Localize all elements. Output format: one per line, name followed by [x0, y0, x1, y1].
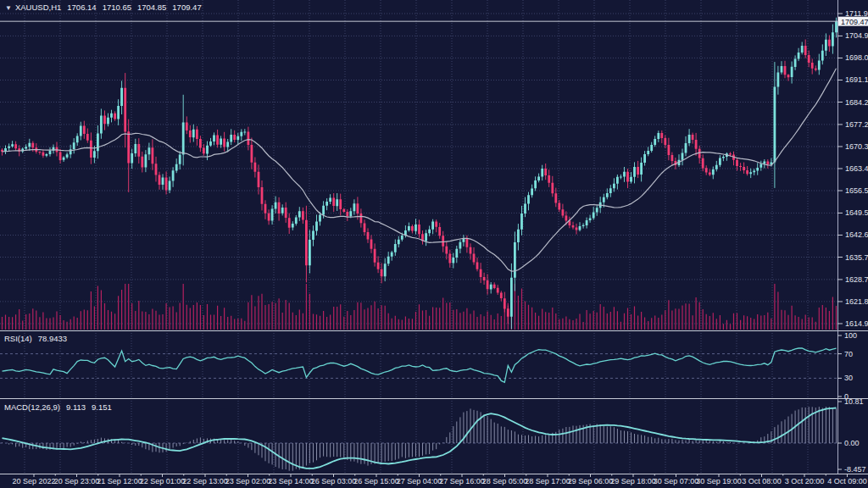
rsi-indicator-label: RSI(14)78.9433	[4, 334, 67, 343]
price-tick-label: 1698.00	[845, 53, 868, 62]
chart-canvas[interactable]: 1711.901704.901698.001691.101684.201677.…	[0, 0, 868, 488]
macd-tick-label: 0.00	[844, 439, 860, 447]
ohlc-low: 1704.85	[137, 3, 166, 12]
price-tick-label: 1656.50	[845, 186, 868, 195]
macd-signal-value: 9.151	[92, 402, 112, 412]
ohlc-close: 1709.47	[172, 3, 201, 12]
price-tick-label: 1628.70	[845, 275, 868, 284]
ohlc-high: 1710.65	[103, 3, 131, 12]
main-chart-pane[interactable]	[0, 0, 837, 330]
time-tick-label: 28 Sep 05:00	[482, 477, 528, 485]
time-tick-label: 3 Oct 08:00	[742, 477, 782, 485]
price-tick-label: 1670.30	[845, 142, 868, 151]
time-tick-label: 28 Sep 17:00	[525, 477, 570, 485]
time-tick-label: 20 Sep 2022	[12, 477, 55, 485]
macd-indicator-name: MACD(12,26,9)	[4, 402, 60, 412]
time-tick-label: 23 Sep 14:00	[268, 477, 314, 485]
time-tick-label: 22 Sep 01:00	[140, 477, 186, 485]
price-tick-label: 1711.90	[845, 9, 868, 18]
macd-pane[interactable]	[0, 401, 837, 474]
time-tick-label: 27 Sep 16:00	[439, 477, 485, 485]
ohlc-open: 1706.14	[67, 3, 96, 12]
time-tick-label: 20 Sep 23:00	[54, 477, 100, 485]
rsi-tick-label: 70	[844, 350, 853, 358]
price-tick-label: 1691.10	[845, 75, 868, 84]
price-tick-label: 1684.20	[845, 98, 868, 107]
time-tick-label: 30 Sep 07:00	[654, 477, 699, 485]
time-tick-label: 26 Sep 03:00	[311, 477, 357, 485]
time-tick-label: 27 Sep 04:00	[397, 477, 442, 485]
chart-title: ▼XAUUSD,H11706.141710.651704.851709.47	[5, 3, 202, 12]
price-tick-label: 1621.80	[845, 297, 868, 306]
mt4-chart-window: 1711.901704.901698.001691.101684.201677.…	[0, 0, 868, 488]
symbol-name: XAUUSD,H1	[15, 3, 61, 12]
rsi-tick-label: 30	[844, 374, 853, 382]
price-tick-label: 1677.20	[845, 120, 868, 129]
time-tick-label: 29 Sep 18:00	[610, 477, 656, 485]
macd-main-value: 9.113	[66, 402, 86, 412]
rsi-indicator-name: RSI(14)	[4, 334, 32, 343]
price-tick-label: 1635.70	[845, 253, 868, 262]
macd-tick-label: -8.457	[844, 465, 866, 474]
rsi-tick-label: 100	[844, 331, 857, 340]
price-tick-label: 1614.90	[845, 319, 868, 328]
rsi-pane[interactable]	[0, 333, 837, 398]
macd-tick-label: 10.81	[844, 397, 864, 406]
price-tick-label: 1663.40	[845, 164, 868, 173]
time-tick-label: 3 Oct 20:00	[785, 477, 825, 485]
time-tick-label: 30 Sep 19:00	[696, 477, 742, 485]
price-tick-label: 1642.60	[845, 230, 868, 239]
time-tick-label: 4 Oct 09:00	[827, 477, 867, 485]
symbol-marker-icon: ▼	[5, 4, 12, 12]
price-axis[interactable]: 1711.901704.901698.001691.101684.201677.…	[837, 0, 868, 474]
time-tick-label: 29 Sep 06:00	[568, 477, 614, 485]
macd-indicator-label: MACD(12,26,9)9.1139.151	[4, 402, 112, 412]
time-tick-label: 22 Sep 13:00	[182, 477, 228, 485]
time-tick-label: 21 Sep 12:00	[97, 477, 142, 485]
time-tick-label: 23 Sep 02:00	[225, 477, 271, 485]
time-tick-label: 26 Sep 15:00	[353, 477, 399, 485]
current-price-value: 1709.47	[841, 18, 868, 26]
time-axis[interactable]: 20 Sep 202220 Sep 23:0021 Sep 12:0022 Se…	[0, 474, 868, 488]
rsi-indicator-value: 78.9433	[38, 334, 67, 343]
price-tick-label: 1649.50	[845, 208, 868, 217]
price-tick-label: 1704.90	[845, 31, 868, 40]
